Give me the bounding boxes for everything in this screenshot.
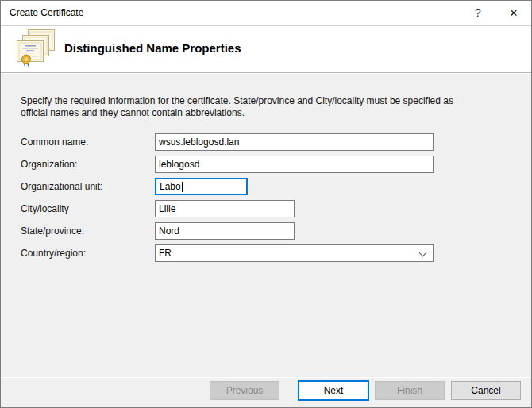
window-title: Create Certificate [10,1,83,25]
city-locality-value: Lille [159,203,175,214]
country-region-value: FR [159,248,172,259]
text-caret [182,182,183,192]
certificates-icon [15,29,56,68]
create-certificate-dialog: Create Certificate ? ✕ [0,0,532,408]
city-locality-input[interactable]: Lille [155,200,295,217]
state-province-value: Nord [159,225,179,237]
country-region-select[interactable]: FR [155,244,434,262]
common-name-label: Common name: [21,133,88,151]
close-icon: ✕ [510,7,519,19]
next-button[interactable]: Next [298,380,369,401]
organizational-unit-value: Labo [160,181,181,192]
organization-input[interactable]: leblogosd [155,156,434,173]
title-bar[interactable]: Create Certificate ? ✕ [1,1,531,26]
dialog-footer: Previous Next Finish Cancel [1,377,531,407]
help-button[interactable]: ? [462,1,494,25]
organization-value: leblogosd [159,159,199,170]
common-name-input[interactable]: wsus.leblogosd.lan [155,133,434,151]
instructions-text: Specify the required information for the… [21,95,464,119]
organizational-unit-label: Organizational unit: [21,178,102,195]
country-region-label: Country/region: [21,244,86,262]
previous-button[interactable]: Previous [210,381,279,400]
organization-label: Organization: [21,156,77,173]
state-province-label: State/province: [21,222,84,240]
wizard-header: Distinguished Name Properties [1,26,531,73]
cancel-button[interactable]: Cancel [451,381,521,400]
state-province-input[interactable]: Nord [155,222,295,240]
organizational-unit-input[interactable]: Labo [155,178,248,195]
dialog-content: Specify the required information for the… [1,74,531,379]
help-icon: ? [475,6,481,19]
close-button[interactable]: ✕ [498,1,530,25]
page-title: Distinguished Name Properties [64,26,241,71]
chevron-down-icon [419,249,427,257]
common-name-value: wsus.leblogosd.lan [159,137,239,148]
finish-button[interactable]: Finish [375,381,445,400]
city-locality-label: City/locality [21,200,69,217]
